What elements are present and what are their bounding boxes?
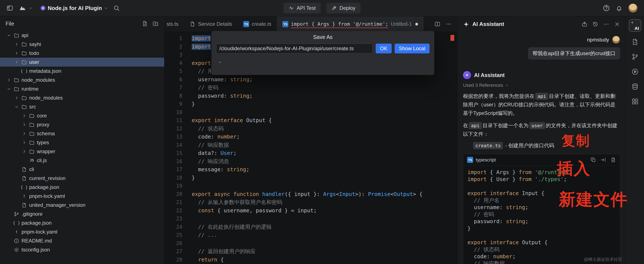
- tree-item-schema[interactable]: schema: [0, 129, 164, 138]
- tree-item-node_modules[interactable]: node_modules: [0, 93, 164, 102]
- ai-assistant-button[interactable]: AI: [629, 19, 641, 32]
- code-line: // 响应消息: [192, 157, 457, 166]
- split-editor-icon[interactable]: [434, 21, 440, 27]
- inline-code-chip: create.ts: [473, 142, 503, 149]
- folder-icon: [29, 149, 35, 154]
- line-number-gutter: 1234567891011121314151617181920212223242…: [164, 34, 188, 264]
- more-icon[interactable]: [603, 21, 609, 27]
- project-switcher[interactable]: Node.js for AI Plugin: [40, 5, 108, 11]
- grid-icon[interactable]: [631, 98, 639, 105]
- assistant-paragraph: create.ts - 创建用户的接口代码: [463, 141, 620, 150]
- line-number: 23: [164, 215, 182, 223]
- tree-item-label: pnpm-lock.yaml: [22, 229, 57, 235]
- chevron-right-icon: [14, 51, 19, 56]
- line-number: 27: [164, 248, 182, 256]
- tree-item-README.md[interactable]: README.md: [0, 236, 164, 245]
- ok-button[interactable]: OK: [376, 44, 392, 53]
- tree-item-types[interactable]: types: [0, 138, 164, 147]
- history-icon[interactable]: [592, 21, 598, 27]
- tab-create.ts[interactable]: TScreate.ts: [238, 16, 277, 32]
- tree-item-node_modules[interactable]: node_modules: [0, 75, 164, 84]
- tree-item-label: proxy: [37, 122, 50, 128]
- export-icon[interactable]: [631, 38, 639, 46]
- user-avatar[interactable]: [628, 3, 638, 13]
- git-branch-icon[interactable]: [631, 53, 639, 61]
- tree-item-proxy[interactable]: proxy: [0, 120, 164, 129]
- database-icon[interactable]: [631, 83, 639, 90]
- tree-item-package.json[interactable]: { }package.json: [0, 219, 164, 228]
- tree-item-pnpm-lock.yaml[interactable]: !pnpm-lock.yaml: [0, 192, 164, 201]
- tree-item-label: src: [29, 104, 36, 110]
- references-toggle[interactable]: Used 3 References: [463, 82, 620, 88]
- sparkle-icon: [630, 21, 634, 24]
- line-number: 18: [164, 174, 182, 182]
- assistant-message-body: 根据您的要求，我将为您提供在api目录下创建、读取、更新和删除用户（user）的…: [463, 92, 620, 150]
- line-number: 21: [164, 198, 182, 207]
- tree-item-user[interactable]: user: [0, 58, 164, 67]
- chevron-down-icon: [6, 86, 12, 91]
- tree-spacer: [14, 194, 19, 199]
- deploy-button[interactable]: Deploy: [326, 3, 360, 13]
- tree-item-label: node_modules: [29, 95, 62, 101]
- code-line: const { username, password } = input;: [192, 207, 457, 215]
- ide-logo[interactable]: [18, 4, 33, 12]
- tree-item-label: types: [37, 140, 49, 146]
- sidebar-toggle-icon[interactable]: [6, 5, 13, 11]
- code-line: username: string;: [192, 75, 457, 84]
- line-number: 19: [164, 182, 182, 190]
- annotation-copy: 复制: [562, 131, 590, 150]
- tree-item-sayhi[interactable]: sayhi: [0, 40, 164, 49]
- tree-item-label: schema: [37, 131, 55, 137]
- assistant-paragraph: 根据您的要求，我将为您提供在api目录下创建、读取、更新和删除用户（user）的…: [463, 92, 620, 117]
- chevron-down-icon: [104, 6, 108, 10]
- references-label: Used 3 References: [463, 82, 503, 88]
- tree-item-api[interactable]: api: [0, 31, 164, 40]
- more-options-icon[interactable]: [445, 21, 452, 27]
- tree-item-runtime[interactable]: runtime: [0, 84, 164, 93]
- error-stripe-marker[interactable]: [450, 35, 454, 41]
- line-number: 22: [164, 207, 182, 215]
- tree-item-core[interactable]: core: [0, 111, 164, 120]
- tree-item-wrapper[interactable]: wrapper: [0, 147, 164, 156]
- tab-Untitled-1[interactable]: TSimport { Args } from '@/runtime';Untit…: [277, 16, 423, 32]
- tree-item-current_revision[interactable]: current_revision: [0, 174, 164, 183]
- tree-item-cli.js[interactable]: JScli.js: [0, 156, 164, 165]
- tab-sts.ts[interactable]: sts.ts: [164, 16, 184, 32]
- new-file-icon[interactable]: [142, 20, 148, 27]
- tree-item-package.json[interactable]: { }package.json: [0, 183, 164, 192]
- help-icon[interactable]: [603, 4, 610, 12]
- close-panel-icon[interactable]: [614, 21, 620, 27]
- tree-item-pnpm-lock.yaml[interactable]: !pnpm-lock.yaml: [0, 228, 164, 236]
- run-icon[interactable]: [631, 68, 639, 75]
- save-path-input[interactable]: [216, 44, 373, 53]
- tab-Service Details[interactable]: Service Details: [184, 16, 238, 32]
- copy-code-icon[interactable]: [590, 157, 596, 163]
- line-number: 14: [164, 141, 182, 149]
- notifications-icon[interactable]: [616, 4, 623, 12]
- code-line: // 密码: [468, 211, 616, 218]
- share-icon[interactable]: [582, 21, 588, 27]
- tree-item-.gitignore[interactable]: .gitignore: [0, 210, 164, 219]
- tree-item-tsconfig.json[interactable]: tsconfig.json: [0, 245, 164, 254]
- watermark: @稀土掘金技术社区: [584, 257, 622, 262]
- code-block-content: import { Args } from '@/runtime'import {…: [463, 166, 620, 264]
- folder-icon: [29, 140, 35, 146]
- tree-item-src[interactable]: src: [0, 102, 164, 111]
- folder-icon: [14, 32, 20, 38]
- show-local-button[interactable]: Show Local: [394, 44, 430, 53]
- line-number: 26: [164, 239, 182, 248]
- insert-code-icon[interactable]: [600, 157, 606, 163]
- tree-item-united_manager_version[interactable]: united_manager_version: [0, 201, 164, 210]
- tree-item-todo[interactable]: todo: [0, 49, 164, 58]
- tree-item-metadata.json[interactable]: { }metadata.json: [0, 67, 164, 75]
- ai-panel-header: AI Assistant: [458, 16, 626, 32]
- search-icon[interactable]: [113, 5, 120, 11]
- new-folder-icon[interactable]: [152, 20, 159, 27]
- api-test-button[interactable]: API Test: [284, 3, 321, 13]
- tree-item-cli[interactable]: cli: [0, 165, 164, 174]
- parent-directory-item[interactable]: ..: [216, 58, 430, 64]
- chevron-right-icon: [6, 77, 12, 82]
- new-file-from-code-icon[interactable]: [610, 157, 616, 163]
- code-line: // 在此处执行创建用户的逻辑: [192, 223, 457, 231]
- explorer-title: File: [6, 21, 14, 27]
